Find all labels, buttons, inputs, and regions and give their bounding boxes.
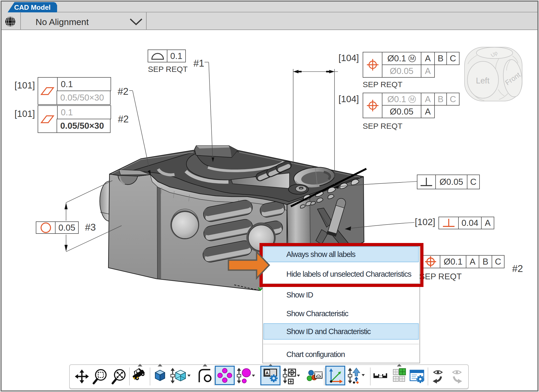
svg-text:Left: Left [476,76,490,85]
svg-text:A: A [266,371,269,376]
